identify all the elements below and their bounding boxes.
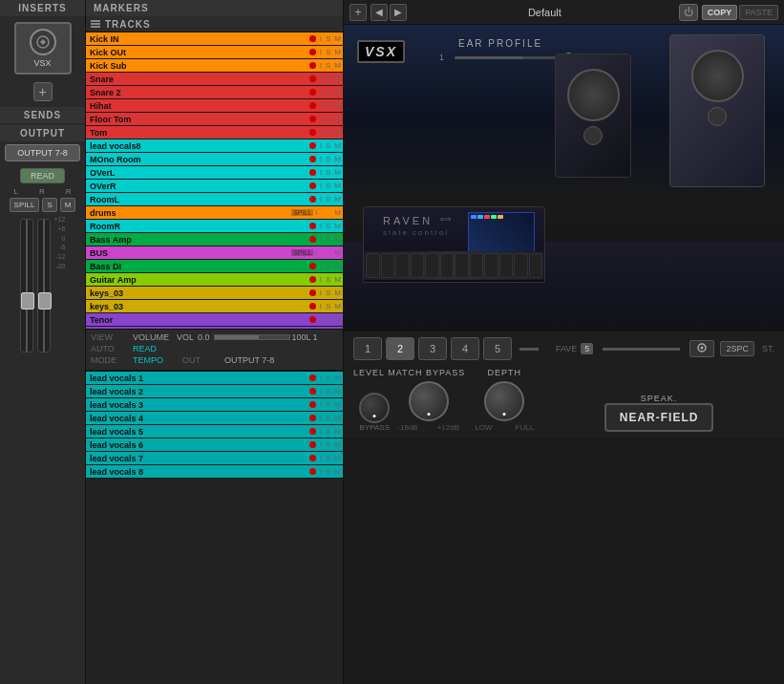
track-s-btn[interactable]: S (324, 61, 332, 70)
track-row[interactable]: Floor TomISM (86, 113, 343, 126)
track-row[interactable]: OVerRISM (86, 180, 343, 193)
track-m-btn[interactable]: M (332, 75, 343, 83)
lower-track-m[interactable]: M (332, 427, 343, 436)
m-button[interactable]: M (60, 198, 76, 212)
track-row[interactable]: Kick INISM (86, 32, 343, 46)
track-row[interactable]: Kick SubISM (86, 59, 343, 73)
output-78-button[interactable]: OUTPUT 7-8 (5, 144, 80, 161)
fader-handle-right[interactable] (38, 292, 52, 310)
track-m-btn[interactable]: M (332, 315, 343, 324)
preset-tab-3[interactable]: 3 (418, 337, 447, 360)
track-m-btn[interactable]: M (332, 289, 343, 297)
track-s-btn[interactable]: S (324, 101, 332, 110)
lower-track-row[interactable]: lead vocals 3 I S M (86, 398, 343, 412)
lower-track-row[interactable]: lead vocals 5 I S M (86, 425, 343, 438)
spill-button[interactable]: SPILL (10, 198, 40, 212)
track-m-btn[interactable]: M (332, 101, 343, 110)
lower-track-m[interactable]: M (332, 387, 343, 395)
track-m-btn[interactable]: M (332, 302, 343, 310)
track-s-btn[interactable]: S (324, 128, 332, 137)
track-s-btn[interactable]: S (324, 289, 332, 297)
fader-left[interactable] (20, 219, 33, 353)
preset-tab-4[interactable]: 4 (451, 337, 479, 360)
track-s-btn[interactable]: S (324, 168, 332, 177)
level-knob[interactable] (409, 381, 449, 421)
lower-track-m[interactable]: M (332, 440, 343, 449)
lower-track-s[interactable]: S (324, 414, 332, 422)
preset-tab-2[interactable]: 2 (386, 337, 414, 360)
track-i-btn[interactable]: I (313, 208, 319, 217)
track-row[interactable]: HihatISM (86, 99, 343, 113)
track-m-btn[interactable]: M (332, 182, 343, 190)
lower-track-row[interactable]: lead vocals 8 I S M (86, 465, 343, 479)
track-m-btn[interactable]: M (332, 235, 343, 244)
track-row[interactable]: Guitar AmpISM (86, 273, 343, 287)
track-s-btn[interactable]: S (324, 235, 332, 244)
track-s-btn[interactable]: S (324, 48, 332, 56)
preset-tab-1[interactable]: 1 (353, 337, 382, 360)
track-s-btn[interactable]: S (324, 115, 332, 123)
lower-track-s[interactable]: S (324, 454, 332, 462)
track-s-btn[interactable]: S (324, 262, 332, 270)
lower-track-row[interactable]: lead vocals 6 I S M (86, 438, 343, 452)
track-row[interactable]: BUSSPILLIM (86, 246, 343, 260)
track-row[interactable]: Bass DIISM (86, 260, 343, 273)
paste-button[interactable]: PASTE (739, 5, 778, 20)
read-button[interactable]: READ (20, 168, 65, 183)
lower-track-row[interactable]: lead vocals 4 I S M (86, 412, 343, 425)
lower-track-row[interactable]: lead vocals 7 I S M (86, 452, 343, 465)
copy-button[interactable]: COPY (702, 5, 738, 20)
lower-track-m[interactable]: M (332, 400, 343, 409)
track-m-btn[interactable]: M (332, 34, 343, 43)
track-s-btn[interactable]: S (324, 155, 332, 163)
lower-track-m[interactable]: M (332, 414, 343, 422)
track-s-btn[interactable]: S (324, 34, 332, 43)
fader-right[interactable] (37, 219, 51, 353)
track-row[interactable]: drumsSPILLIM (86, 206, 343, 220)
track-m-btn[interactable]: M (332, 262, 343, 270)
track-s-btn[interactable]: S (324, 195, 332, 203)
track-row[interactable]: MOno RoomISM (86, 153, 343, 166)
nav-next-button[interactable]: ▶ (390, 4, 407, 21)
track-row[interactable]: TenorISM (86, 313, 343, 327)
fader-handle-left[interactable] (21, 292, 34, 310)
track-i-btn[interactable]: I (313, 248, 319, 257)
lower-track-m[interactable]: M (332, 454, 343, 462)
lower-track-s[interactable]: S (324, 440, 332, 449)
track-m-btn[interactable]: M (332, 61, 343, 70)
track-row[interactable]: RoomLISM (86, 193, 343, 206)
track-m-btn[interactable]: M (332, 48, 343, 56)
nav-prev-button[interactable]: ◀ (371, 4, 388, 21)
track-row[interactable]: SnareISM (86, 73, 343, 86)
lower-track-s[interactable]: S (324, 427, 332, 436)
track-m-btn[interactable]: M (332, 208, 343, 217)
track-m-btn[interactable]: M (332, 155, 343, 163)
lower-track-row[interactable]: lead vocals 2 I S M (86, 385, 343, 398)
track-s-btn[interactable]: S (324, 75, 332, 83)
ear-slider-track[interactable] (455, 56, 569, 59)
track-s-btn[interactable]: S (324, 302, 332, 310)
add-plugin-button[interactable]: + (350, 4, 367, 21)
track-row[interactable]: keys_03ISM (86, 300, 343, 313)
track-m-btn[interactable]: M (332, 168, 343, 177)
track-s-btn[interactable]: S (324, 315, 332, 324)
track-row[interactable]: lead vocals8ISM (86, 139, 343, 153)
bypass-knob[interactable] (359, 393, 390, 423)
track-m-btn[interactable]: M (332, 115, 343, 123)
track-m-btn[interactable]: M (332, 275, 343, 284)
lower-track-s[interactable]: S (324, 400, 332, 409)
track-row[interactable]: Kick OUtISM (86, 46, 343, 59)
track-row[interactable]: OVerLISM (86, 166, 343, 180)
spc-label-btn[interactable]: 2SPC (720, 341, 754, 356)
depth-knob[interactable] (484, 381, 524, 421)
lower-track-s[interactable]: S (324, 387, 332, 395)
track-m-btn[interactable]: M (332, 222, 343, 230)
track-s-btn[interactable]: S (324, 222, 332, 230)
vsx-insert-button[interactable]: VSX (14, 22, 72, 75)
track-row[interactable]: keys_03ISM (86, 287, 343, 300)
track-m-btn[interactable]: M (332, 88, 343, 96)
track-s-btn[interactable]: S (324, 141, 332, 150)
track-row[interactable]: TomISM (86, 126, 343, 139)
power-button[interactable]: ⏻ (679, 4, 698, 21)
track-m-btn[interactable]: M (332, 195, 343, 203)
